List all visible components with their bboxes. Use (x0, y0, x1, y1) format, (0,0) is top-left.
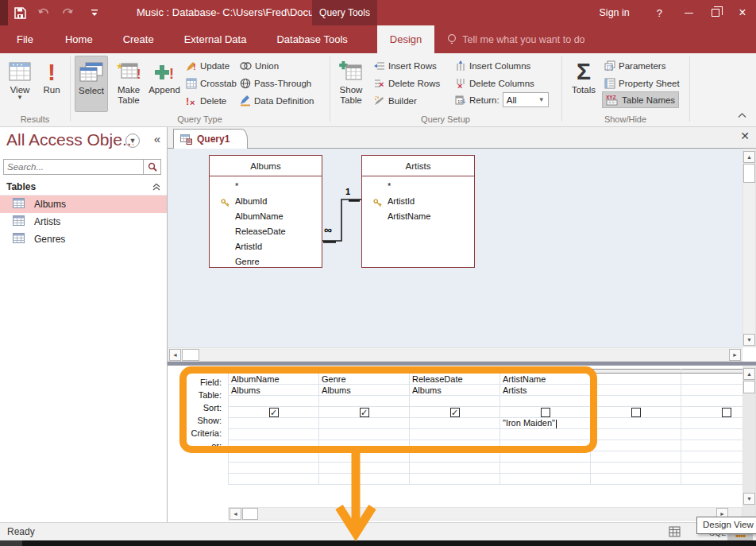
grid-cell-table[interactable]: Albums (410, 385, 500, 396)
delete-rows-button[interactable]: × Delete Rows (374, 75, 440, 91)
grid-cell-empty[interactable] (319, 451, 410, 463)
grid-cell-or[interactable] (591, 429, 681, 440)
grid-cell-empty[interactable] (319, 463, 410, 474)
grid-cell-criteria[interactable] (591, 418, 681, 429)
grid-cell-table[interactable]: Albums (229, 385, 319, 396)
grid-cell-empty[interactable] (591, 474, 681, 485)
grid-cell-empty[interactable] (229, 474, 319, 485)
grid-cell-sort[interactable] (591, 396, 681, 407)
grid-cell-criteria[interactable] (229, 418, 319, 429)
pass-through-button[interactable]: Pass-Through (240, 75, 311, 91)
grid-cell-empty[interactable] (681, 451, 743, 463)
field-item[interactable]: AlbumName (210, 209, 322, 224)
grid-cell-empty[interactable] (681, 463, 743, 474)
view-button[interactable]: View ▼ (5, 56, 35, 112)
grid-cell-empty[interactable] (591, 451, 681, 463)
scroll-down-icon[interactable]: ▼ (743, 493, 755, 505)
grid-cell-sort[interactable] (229, 396, 319, 407)
minimize-button[interactable] (675, 0, 702, 25)
tab-database-tools[interactable]: Database Tools (261, 25, 362, 53)
grid-cell-field[interactable]: ArtistName (500, 374, 591, 385)
grid-cell-field[interactable]: Genre (319, 374, 410, 385)
field-item[interactable]: ArtistId (362, 194, 474, 209)
grid-cell-criteria[interactable] (410, 418, 500, 429)
grid-cell-field[interactable] (681, 374, 743, 385)
grid-cell-or[interactable] (319, 429, 410, 440)
scrollbar-thumb[interactable] (743, 164, 755, 183)
table-names-button[interactable]: XYZ Table Names (602, 91, 679, 108)
grid-cell-empty[interactable] (410, 440, 500, 451)
tab-home[interactable]: Home (50, 25, 108, 53)
delete-columns-button[interactable]: × Delete Columns (455, 75, 534, 91)
show-table-button[interactable]: Show Table (334, 56, 368, 112)
grid-cell-field[interactable]: AlbumName (229, 374, 319, 385)
scrollbar-thumb[interactable] (242, 508, 258, 520)
insert-rows-button[interactable]: Insert Rows (374, 57, 437, 74)
restore-button[interactable] (702, 0, 729, 25)
grid-cell-empty[interactable] (500, 463, 591, 474)
grid-cell-sort[interactable] (500, 396, 591, 407)
close-button[interactable]: × (729, 0, 756, 25)
nav-item-albums[interactable]: Albums (0, 196, 167, 213)
tell-me-box[interactable]: Tell me what you want to do (447, 25, 584, 53)
grid-cell-empty[interactable] (500, 474, 591, 485)
nav-item-artists[interactable]: Artists (0, 213, 167, 230)
scroll-left-icon[interactable]: ◄ (230, 508, 241, 520)
field-item[interactable]: ArtistId (210, 239, 322, 254)
scroll-down-icon[interactable]: ▼ (743, 334, 755, 346)
field-item[interactable]: Genre (210, 254, 322, 269)
return-combobox[interactable]: All▼ (503, 92, 549, 107)
grid-cell-table[interactable]: Artists (500, 385, 591, 396)
quick-access-dropdown-icon[interactable] (87, 6, 102, 20)
grid-cell-table[interactable]: Albums (319, 385, 410, 396)
undo-icon[interactable] (37, 6, 51, 20)
show-checkbox[interactable]: ✓ (450, 408, 460, 417)
grid-cell-empty[interactable] (410, 463, 500, 474)
grid-cell-empty[interactable] (681, 440, 743, 451)
grid-cell-sort[interactable] (410, 396, 500, 407)
field-item[interactable]: AlbumId (210, 194, 322, 209)
grid-cell-criteria[interactable]: "Iron Maiden" (500, 418, 591, 429)
grid-cell-or[interactable] (229, 429, 319, 440)
tab-file[interactable]: File (0, 25, 50, 53)
grid-horizontal-scrollbar[interactable]: ◄ ► (228, 507, 742, 521)
show-checkbox[interactable] (631, 408, 641, 417)
datasheet-view-icon[interactable] (669, 526, 681, 540)
show-checkbox[interactable]: ✓ (269, 408, 279, 417)
grid-cell-empty[interactable] (229, 451, 319, 463)
search-input[interactable] (4, 160, 143, 174)
collapse-group-icon[interactable] (152, 183, 160, 191)
contextual-tab-group[interactable]: Query Tools (312, 0, 377, 25)
tab-create[interactable]: Create (108, 25, 169, 53)
show-checkbox[interactable] (722, 408, 731, 417)
grid-cell-or[interactable] (410, 429, 500, 440)
show-checkbox[interactable]: ✓ (360, 408, 369, 417)
tab-design[interactable]: Design (377, 25, 434, 53)
scrollbar-thumb[interactable] (182, 349, 199, 361)
field-list-albums[interactable]: Albums*AlbumIdAlbumNameReleaseDateArtist… (209, 155, 322, 268)
field-item[interactable]: * (362, 179, 474, 194)
scrollbar-thumb[interactable] (743, 381, 755, 393)
search-icon[interactable] (143, 160, 160, 174)
save-icon[interactable] (13, 6, 27, 20)
grid-cell-empty[interactable] (500, 440, 591, 451)
grid-cell-criteria[interactable] (681, 418, 743, 429)
help-button[interactable]: ? (644, 7, 675, 19)
grid-cell-or[interactable] (500, 429, 591, 440)
update-button[interactable]: ! Update (186, 57, 230, 74)
grid-cell-empty[interactable] (500, 451, 591, 463)
delete-query-button[interactable]: !× Delete (186, 92, 226, 109)
property-sheet-button[interactable]: Property Sheet (604, 75, 680, 91)
union-button[interactable]: Union (240, 57, 279, 74)
grid-cell-empty[interactable] (681, 474, 743, 485)
scroll-up-icon[interactable]: ▲ (743, 151, 755, 163)
nav-menu-dropdown-icon[interactable]: ▼ (125, 134, 140, 148)
data-definition-button[interactable]: Data Definition (240, 92, 314, 109)
parameters-button[interactable]: [?] Parameters (604, 57, 665, 74)
grid-cell-empty[interactable] (229, 463, 319, 474)
grid-cell-criteria[interactable] (319, 418, 410, 429)
grid-cell-empty[interactable] (410, 451, 500, 463)
insert-columns-button[interactable]: Insert Columns (455, 57, 530, 74)
scroll-right-icon[interactable]: ► (729, 349, 741, 361)
grid-cell-table[interactable] (681, 385, 743, 396)
